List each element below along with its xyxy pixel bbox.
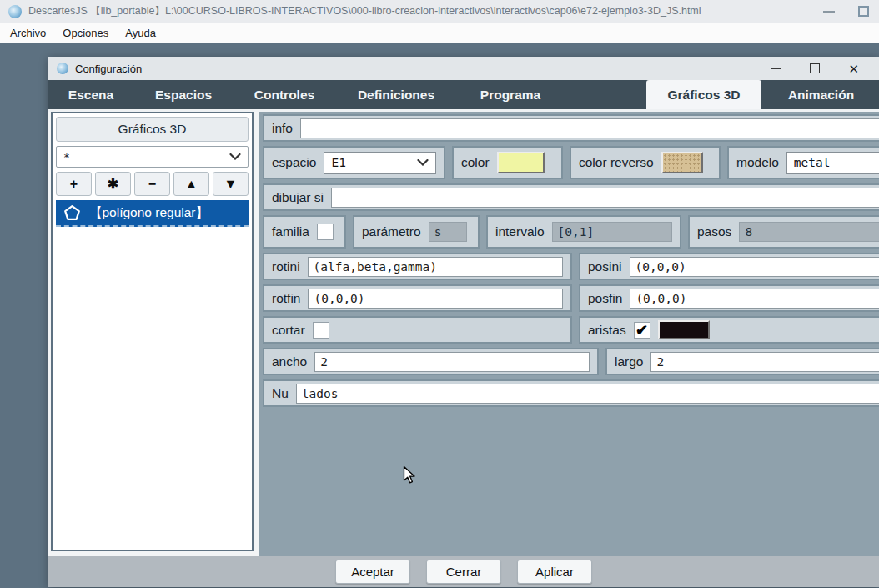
tab-definiciones[interactable]: Definiciones: [335, 80, 457, 109]
tab-animacion[interactable]: Animación: [771, 80, 871, 109]
remove-graphic-button[interactable]: −: [134, 172, 170, 196]
dialog-titlebar[interactable]: Configuración ✕: [48, 57, 879, 80]
dibujar-si-input[interactable]: [331, 188, 879, 208]
close-icon[interactable]: ✕: [848, 63, 859, 75]
minimize-icon[interactable]: [771, 68, 781, 69]
chevron-down-icon: [229, 153, 241, 160]
aceptar-button[interactable]: Aceptar: [335, 560, 410, 584]
color-reverso-swatch[interactable]: [661, 152, 703, 173]
app-titlebar: DescartesJS 【lib_portable】L:\00CURSO-LIB…: [0, 0, 879, 23]
nu-cell: Nu: [263, 379, 879, 407]
modelo-select[interactable]: metal: [786, 152, 879, 174]
espacio-select[interactable]: E1: [324, 152, 436, 174]
cerrar-button[interactable]: Cerrar: [426, 560, 501, 584]
menu-ayuda[interactable]: Ayuda: [117, 24, 164, 42]
intervalo-cell: intervalo: [486, 215, 681, 249]
graphics-filter-value: *: [63, 151, 70, 163]
modelo-value: metal: [794, 156, 831, 169]
color-swatch[interactable]: [497, 152, 545, 173]
nu-label: Nu: [272, 386, 289, 401]
pasos-input: [739, 222, 879, 242]
add-graphic-button[interactable]: +: [56, 172, 92, 196]
info-input[interactable]: [300, 118, 879, 138]
menu-archivo[interactable]: Archivo: [2, 24, 54, 42]
familia-cell: familia: [263, 215, 346, 249]
parametro-input: [429, 222, 467, 242]
info-label: info: [272, 121, 293, 136]
screen: { "app": { "title": "DescartesJS 【lib_po…: [0, 0, 879, 588]
list-item-poligono-regular[interactable]: 【polígono regular】: [56, 200, 249, 227]
parametro-cell: parámetro: [353, 215, 480, 249]
ancho-label: ancho: [272, 354, 307, 369]
color-reverso-cell: color reverso: [570, 146, 721, 179]
tab-programa[interactable]: Programa: [457, 80, 564, 109]
pasos-cell: pasos: [688, 215, 879, 249]
intervalo-input: [552, 222, 672, 242]
familia-checkbox[interactable]: [317, 224, 334, 240]
ancho-cell: ancho: [263, 348, 599, 375]
tab-espacios[interactable]: Espacios: [133, 80, 234, 109]
tab-escena[interactable]: Escena: [48, 80, 133, 109]
pasos-label: pasos: [697, 224, 731, 239]
tab-graficos-3d[interactable]: Gráficos 3D: [646, 80, 761, 109]
graphics-3d-header: Gráficos 3D: [56, 117, 249, 142]
dibujar-si-label: dibujar si: [272, 190, 324, 205]
aplicar-button[interactable]: Aplicar: [517, 560, 592, 584]
posfin-cell: posfin: [579, 284, 879, 312]
descartesjs-logo-icon: [57, 63, 68, 74]
tab-bar: Escena Espacios Controles Definiciones P…: [48, 80, 879, 109]
color-label: color: [461, 155, 490, 170]
tab-controles[interactable]: Controles: [234, 80, 335, 109]
chevron-down-icon: [417, 159, 429, 166]
rotfin-cell: rotfin: [263, 284, 572, 312]
list-item-label: 【polígono regular】: [89, 204, 208, 222]
largo-label: largo: [615, 354, 643, 369]
espacio-value: E1: [331, 156, 345, 169]
color-cell: color: [452, 146, 563, 179]
graphics-list-panel: Gráficos 3D * + ✱ − ▲ ▼: [51, 112, 254, 551]
pentagon-icon: [63, 204, 81, 221]
aristas-label: aristas: [588, 323, 626, 338]
color-reverso-label: color reverso: [579, 155, 654, 170]
largo-cell: largo: [605, 348, 879, 375]
configuracion-dialog: Configuración ✕ Escena Espacios Controle…: [48, 57, 879, 587]
cortar-checkbox[interactable]: [313, 322, 329, 339]
rotini-label: rotini: [272, 259, 300, 274]
aristas-color-swatch[interactable]: [658, 320, 710, 339]
ancho-input[interactable]: [314, 352, 590, 372]
modelo-cell: modelo metal: [727, 146, 879, 179]
dialog-window-controls: ✕: [771, 63, 871, 75]
posini-input[interactable]: [630, 257, 879, 277]
cortar-label: cortar: [272, 323, 305, 338]
posini-label: posini: [588, 259, 622, 274]
tab-spacer: [564, 80, 646, 109]
rotini-input[interactable]: [308, 257, 563, 277]
largo-input[interactable]: [650, 352, 879, 372]
nu-input[interactable]: [296, 384, 879, 404]
move-up-button[interactable]: ▲: [173, 172, 209, 196]
dialog-title: Configuración: [75, 63, 764, 75]
maximize-icon[interactable]: [858, 6, 869, 17]
dialog-body: Gráficos 3D * + ✱ − ▲ ▼: [48, 109, 879, 556]
posfin-input[interactable]: [630, 289, 879, 309]
minimize-icon[interactable]: [823, 11, 835, 13]
rotfin-input[interactable]: [308, 289, 563, 309]
intervalo-label: intervalo: [495, 224, 545, 239]
dibujar-si-cell: dibujar si: [263, 183, 879, 211]
move-down-button[interactable]: ▼: [213, 172, 249, 196]
family-button[interactable]: ✱: [95, 172, 131, 196]
desktop: Configuración ✕ Escena Espacios Controle…: [0, 43, 879, 588]
graphics-filter-select[interactable]: *: [56, 146, 249, 168]
menu-opciones[interactable]: Opciones: [54, 24, 117, 42]
aristas-checkbox[interactable]: ✔: [634, 322, 650, 339]
aristas-cell: aristas ✔: [579, 316, 879, 344]
descartesjs-logo-icon: [8, 5, 22, 18]
dialog-footer: Aceptar Cerrar Aplicar: [48, 556, 879, 587]
modelo-label: modelo: [736, 155, 779, 170]
check-icon: ✔: [635, 323, 648, 338]
graphics-toolbar: + ✱ − ▲ ▼: [56, 172, 249, 196]
maximize-icon[interactable]: [810, 63, 820, 73]
posini-cell: posini: [579, 253, 879, 280]
graphics-list: 【polígono regular】: [56, 200, 249, 546]
info-cell: info: [263, 114, 879, 142]
